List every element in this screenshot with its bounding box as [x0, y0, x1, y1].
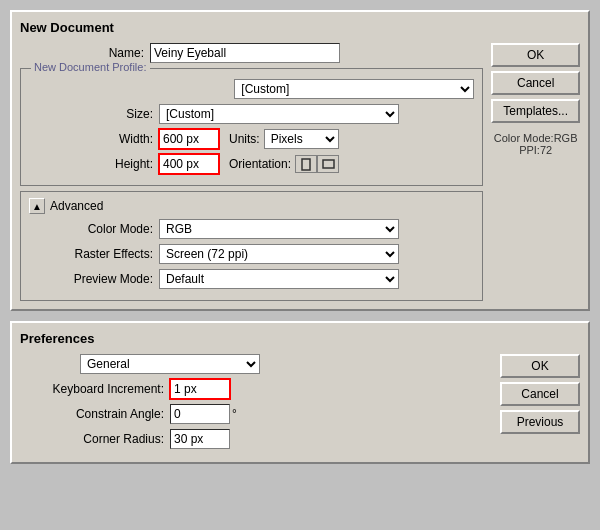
preferences-title: Preferences — [20, 331, 580, 346]
color-mode-info: Color Mode:RGB — [491, 132, 580, 144]
size-row: Size: [Custom] — [29, 104, 474, 124]
constrain-angle-input[interactable] — [170, 404, 230, 424]
name-row: Name: — [20, 43, 483, 63]
general-row: General — [20, 354, 492, 374]
new-document-title: New Document — [20, 20, 580, 35]
height-input[interactable] — [159, 154, 219, 174]
preview-mode-select[interactable]: Default — [159, 269, 399, 289]
svg-rect-0 — [302, 159, 310, 170]
svg-rect-1 — [323, 160, 334, 168]
width-row: Width: Units: Pixels — [29, 129, 474, 149]
raster-effects-row: Raster Effects: Screen (72 ppi) — [29, 244, 474, 264]
color-mode-select[interactable]: RGB — [159, 219, 399, 239]
size-label: Size: — [29, 107, 159, 121]
new-document-buttons: OK Cancel Templates... Color Mode:RGB PP… — [491, 43, 580, 301]
portrait-button[interactable] — [295, 155, 317, 173]
keyboard-increment-input[interactable] — [170, 379, 230, 399]
ok-button[interactable]: OK — [491, 43, 580, 67]
landscape-button[interactable] — [317, 155, 339, 173]
new-document-form: Name: New Document Profile: [Custom] Siz… — [20, 43, 483, 301]
width-input[interactable] — [159, 129, 219, 149]
height-label: Height: — [29, 157, 159, 171]
size-select[interactable]: [Custom] — [159, 104, 399, 124]
orientation-label: Orientation: — [229, 157, 291, 171]
color-mode-label: Color Mode: — [29, 222, 159, 236]
preferences-form: General Keyboard Increment: Constrain An… — [20, 354, 492, 454]
name-input[interactable] — [150, 43, 340, 63]
advanced-header: ▲ Advanced — [29, 198, 474, 214]
cancel-button[interactable]: Cancel — [491, 71, 580, 95]
ppi-info: PPI:72 — [491, 144, 580, 156]
corner-radius-label: Corner Radius: — [20, 432, 170, 446]
name-label: Name: — [20, 46, 150, 60]
collapse-button[interactable]: ▲ — [29, 198, 45, 214]
height-row: Height: Orientation: — [29, 154, 474, 174]
advanced-label: Advanced — [50, 199, 103, 213]
preview-mode-row: Preview Mode: Default — [29, 269, 474, 289]
profile-group: New Document Profile: [Custom] Size: [Cu… — [20, 68, 483, 186]
constrain-angle-label: Constrain Angle: — [20, 407, 170, 421]
new-document-dialog: New Document Name: New Document Profile:… — [10, 10, 590, 311]
corner-radius-input[interactable] — [170, 429, 230, 449]
units-label: Units: — [229, 132, 260, 146]
preferences-dialog: Preferences General Keyboard Increment: … — [10, 321, 590, 464]
profile-select[interactable]: [Custom] — [234, 79, 474, 99]
keyboard-increment-row: Keyboard Increment: — [20, 379, 492, 399]
degree-symbol: ° — [232, 407, 237, 421]
constrain-angle-row: Constrain Angle: ° — [20, 404, 492, 424]
profile-row: [Custom] — [29, 79, 474, 99]
prefs-cancel-button[interactable]: Cancel — [500, 382, 580, 406]
raster-effects-select[interactable]: Screen (72 ppi) — [159, 244, 399, 264]
units-select[interactable]: Pixels — [264, 129, 339, 149]
preferences-buttons: OK Cancel Previous — [500, 354, 580, 454]
templates-button[interactable]: Templates... — [491, 99, 580, 123]
preview-mode-label: Preview Mode: — [29, 272, 159, 286]
advanced-section: ▲ Advanced Color Mode: RGB Raster Effect… — [20, 191, 483, 301]
width-label: Width: — [29, 132, 159, 146]
profile-legend: New Document Profile: — [31, 61, 150, 73]
prefs-ok-button[interactable]: OK — [500, 354, 580, 378]
raster-effects-label: Raster Effects: — [29, 247, 159, 261]
general-select[interactable]: General — [80, 354, 260, 374]
keyboard-increment-label: Keyboard Increment: — [20, 382, 170, 396]
color-mode-row: Color Mode: RGB — [29, 219, 474, 239]
previous-button[interactable]: Previous — [500, 410, 580, 434]
corner-radius-row: Corner Radius: — [20, 429, 492, 449]
